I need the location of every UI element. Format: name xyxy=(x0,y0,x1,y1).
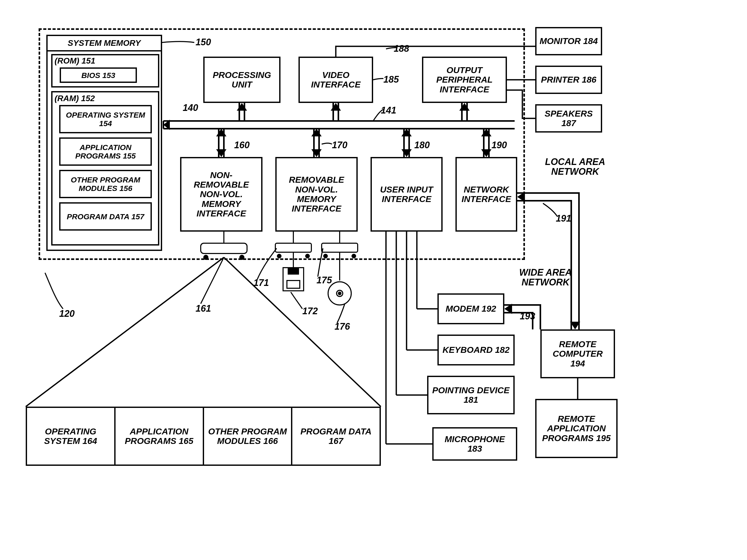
storage-row: OPERATING SYSTEM 164 APPLICATION PROGRAM… xyxy=(26,407,381,466)
ref-191: 191 xyxy=(556,213,571,223)
ram-label: (RAM) 152 xyxy=(55,94,156,103)
bios: BIOS 153 xyxy=(60,68,137,83)
system-memory: SYSTEM MEMORY (ROM) 151 BIOS 153 (RAM) 1… xyxy=(46,35,162,251)
ref-140: 140 xyxy=(183,103,198,113)
output-peripheral-interface: OUTPUT PERIPHERAL INTERFACE xyxy=(422,57,507,103)
ref-141: 141 xyxy=(381,105,396,115)
svg-line-38 xyxy=(224,257,381,407)
rom-label: (ROM) 151 xyxy=(55,56,156,66)
video-interface: VIDEO INTERFACE xyxy=(299,57,373,103)
svg-point-35 xyxy=(337,290,343,297)
storage-apps: APPLICATION PROGRAMS 165 xyxy=(115,408,204,464)
monitor: MONITOR 184 xyxy=(535,27,602,55)
ref-172: 172 xyxy=(302,306,318,316)
rom-group: (ROM) 151 BIOS 153 xyxy=(51,54,159,87)
ref-160: 160 xyxy=(234,140,250,150)
microphone: MICROPHONE 183 xyxy=(432,427,517,461)
svg-rect-28 xyxy=(287,281,300,288)
ref-161: 161 xyxy=(196,304,211,313)
ref-150: 150 xyxy=(196,37,211,47)
ram-os: OPERATING SYSTEM 154 xyxy=(59,105,152,133)
non-removable-nvm-interface: NON-REMOVABLE NON-VOL. MEMORY INTERFACE xyxy=(180,157,262,232)
ref-171: 171 xyxy=(254,278,269,288)
remote-computer: REMOTE COMPUTER 194 xyxy=(540,329,615,378)
ref-170: 170 xyxy=(332,140,347,150)
printer: PRINTER 186 xyxy=(535,66,602,94)
ref-175: 175 xyxy=(316,275,332,285)
modem: MODEM 192 xyxy=(437,294,504,324)
svg-rect-27 xyxy=(288,268,299,274)
ref-180: 180 xyxy=(414,140,430,150)
remote-apps: REMOTE APPLICATION PROGRAMS 195 xyxy=(535,399,618,458)
ref-188: 188 xyxy=(394,44,409,53)
processing-unit: PROCESSING UNIT xyxy=(203,57,281,103)
ref-120: 120 xyxy=(59,309,75,319)
ram-modules: OTHER PROGRAM MODULES 156 xyxy=(59,170,152,198)
svg-rect-26 xyxy=(283,268,304,291)
svg-line-37 xyxy=(26,257,224,407)
svg-point-36 xyxy=(338,292,341,295)
system-memory-title: SYSTEM MEMORY xyxy=(48,36,161,51)
storage-os: OPERATING SYSTEM 164 xyxy=(27,408,115,464)
pointing-device: POINTING DEVICE 181 xyxy=(427,376,515,414)
user-input-interface: USER INPUT INTERFACE xyxy=(370,157,443,232)
storage-data: PROGRAM DATA 167 xyxy=(292,408,380,464)
network-interface: NETWORK INTERFACE xyxy=(456,157,517,232)
storage-modules: OTHER PROGRAM MODULES 166 xyxy=(204,408,292,464)
ram-apps: APPLICATION PROGRAMS 155 xyxy=(59,137,152,166)
removable-nvm-interface: REMOVABLE NON-VOL. MEMORY INTERFACE xyxy=(275,157,358,232)
ram-group: (RAM) 152 OPERATING SYSTEM 154 APPLICATI… xyxy=(51,91,159,246)
ref-176: 176 xyxy=(335,322,350,331)
keyboard: KEYBOARD 182 xyxy=(437,335,515,365)
ref-lan: LOCAL AREA NETWORK xyxy=(543,157,607,177)
speakers: SPEAKERS 187 xyxy=(535,104,602,132)
ref-185: 185 xyxy=(383,75,399,84)
ram-data: PROGRAM DATA 157 xyxy=(59,202,152,231)
ref-wan: WIDE AREA NETWORK xyxy=(517,268,574,287)
ref-190: 190 xyxy=(491,140,507,150)
ref-193: 193 xyxy=(520,311,535,321)
